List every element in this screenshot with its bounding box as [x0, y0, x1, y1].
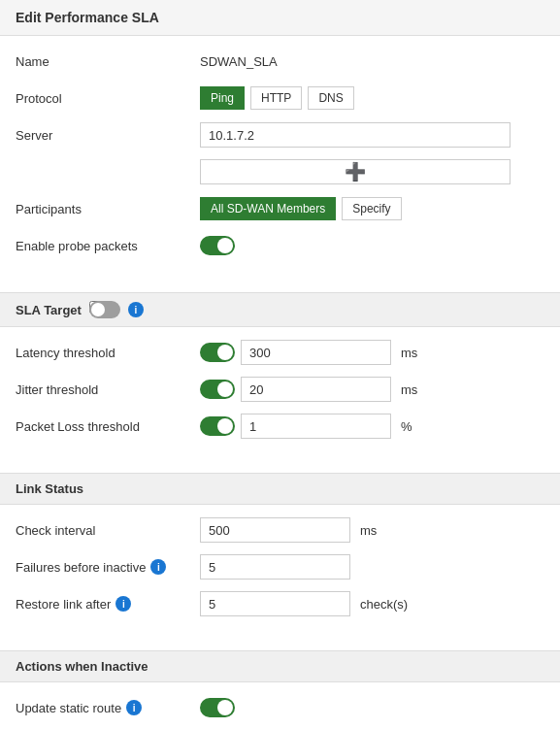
update-static-toggle[interactable] — [200, 698, 235, 717]
page-title: Edit Performance SLA — [0, 0, 560, 36]
add-server-row: ➕ — [16, 158, 544, 185]
jitter-track — [200, 380, 235, 399]
main-form: Name SDWAN_SLA Protocol Ping HTTP DNS Se… — [0, 36, 560, 281]
update-static-track — [200, 698, 235, 717]
protocol-row: Protocol Ping HTTP DNS — [16, 84, 544, 112]
add-server-icon: ➕ — [345, 161, 366, 182]
restore-unit: check(s) — [360, 597, 408, 612]
actions-inactive-form: Update static route i — [0, 682, 560, 729]
link-status-header: Link Status — [0, 473, 560, 505]
packet-loss-unit: % — [401, 419, 412, 434]
jitter-label: Jitter threshold — [16, 382, 200, 397]
sla-target-toggle[interactable] — [89, 301, 120, 318]
packet-loss-label: Packet Loss threshold — [16, 419, 200, 434]
protocol-buttons: Ping HTTP DNS — [200, 86, 544, 110]
update-static-thumb — [217, 700, 233, 715]
jitter-input[interactable] — [241, 377, 391, 402]
latency-track — [200, 343, 235, 362]
enable-probe-thumb — [217, 238, 233, 253]
server-control — [200, 122, 544, 148]
latency-toggle[interactable] — [200, 343, 235, 362]
participants-all-button[interactable]: All SD-WAN Members — [200, 197, 336, 220]
latency-row: Latency threshold ms — [16, 339, 544, 366]
failures-info-icon[interactable]: i — [150, 559, 166, 575]
sla-target-thumb — [91, 303, 105, 316]
protocol-label: Protocol — [16, 91, 200, 106]
sla-target-header-text: SLA Target — [16, 303, 82, 317]
update-static-row: Update static route i — [16, 694, 544, 721]
failures-row: Failures before inactive i — [16, 553, 544, 580]
link-status-header-text: Link Status — [16, 481, 83, 496]
server-row: Server — [16, 121, 544, 149]
add-server-button[interactable]: ➕ — [200, 159, 511, 184]
protocol-http-button[interactable]: HTTP — [250, 86, 302, 110]
name-label: Name — [16, 54, 200, 69]
failures-label: Failures before inactive i — [16, 559, 200, 575]
check-interval-input[interactable] — [200, 517, 350, 543]
restore-info-icon[interactable]: i — [115, 596, 131, 612]
sla-target-form: Latency threshold ms Jitter threshold ms — [0, 327, 560, 461]
participants-buttons: All SD-WAN Members Specify — [200, 197, 544, 220]
check-interval-unit: ms — [360, 523, 377, 538]
restore-label: Restore link after i — [16, 596, 200, 612]
sla-target-info-icon[interactable]: i — [128, 302, 144, 317]
enable-probe-toggle[interactable] — [200, 236, 235, 255]
jitter-control: ms — [200, 377, 544, 402]
enable-probe-label: Enable probe packets — [16, 239, 200, 253]
packet-loss-control: % — [200, 414, 544, 439]
server-input[interactable] — [200, 122, 511, 148]
protocol-ping-button[interactable]: Ping — [200, 86, 245, 110]
check-interval-label: Check interval — [16, 523, 200, 538]
packet-loss-toggle[interactable] — [200, 416, 235, 436]
name-row: Name SDWAN_SLA — [16, 48, 544, 75]
jitter-thumb — [217, 381, 233, 397]
server-label: Server — [16, 128, 200, 143]
protocol-dns-button[interactable]: DNS — [308, 86, 353, 110]
name-control: SDWAN_SLA — [200, 54, 544, 69]
sla-target-track — [89, 301, 120, 318]
update-static-info-icon[interactable]: i — [126, 700, 142, 715]
restore-input[interactable] — [200, 591, 350, 616]
link-status-form: Check interval ms Failures before inacti… — [0, 505, 560, 639]
latency-thumb — [217, 345, 233, 360]
check-interval-row: Check interval ms — [16, 516, 544, 544]
packet-loss-input[interactable] — [241, 414, 391, 439]
add-server-container: ➕ — [200, 159, 511, 184]
failures-input[interactable] — [200, 554, 350, 580]
enable-probe-control — [200, 236, 544, 255]
enable-probe-track — [200, 236, 235, 255]
actions-inactive-header-text: Actions when Inactive — [16, 659, 148, 674]
restore-row: Restore link after i check(s) — [16, 590, 544, 617]
participants-label: Participants — [16, 202, 200, 216]
packet-loss-track — [200, 416, 235, 436]
name-value: SDWAN_SLA — [200, 54, 278, 69]
failures-control — [200, 554, 544, 580]
actions-inactive-header: Actions when Inactive — [0, 650, 560, 682]
jitter-row: Jitter threshold ms — [16, 376, 544, 403]
sla-target-header: SLA Target i — [0, 292, 560, 327]
latency-control: ms — [200, 340, 544, 365]
update-static-label: Update static route i — [16, 700, 200, 715]
packet-loss-thumb — [217, 418, 233, 434]
participants-specify-button[interactable]: Specify — [342, 197, 401, 220]
check-interval-control: ms — [200, 517, 544, 543]
update-static-control — [200, 698, 544, 717]
jitter-toggle[interactable] — [200, 380, 235, 399]
latency-label: Latency threshold — [16, 346, 200, 360]
latency-input[interactable] — [241, 340, 391, 365]
participants-row: Participants All SD-WAN Members Specify — [16, 195, 544, 222]
jitter-unit: ms — [401, 382, 417, 397]
enable-probe-row: Enable probe packets — [16, 232, 544, 259]
restore-control: check(s) — [200, 591, 544, 616]
packet-loss-row: Packet Loss threshold % — [16, 413, 544, 440]
latency-unit: ms — [401, 346, 417, 360]
